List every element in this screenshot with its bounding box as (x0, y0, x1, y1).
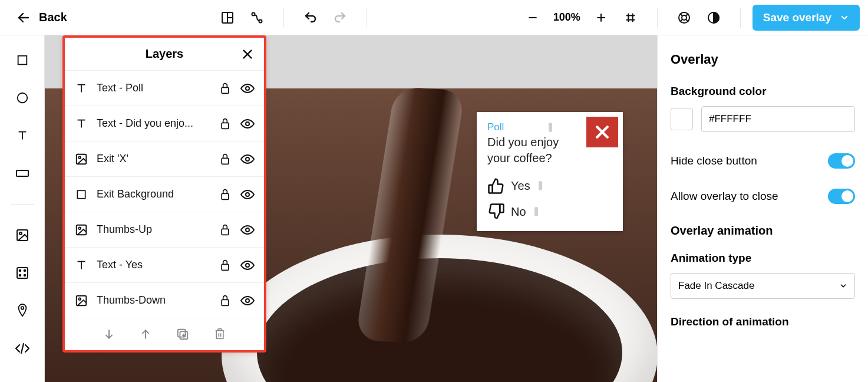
back-label: Back (39, 11, 67, 24)
contrast-button[interactable] (699, 6, 728, 29)
tool-pin[interactable] (9, 300, 35, 321)
layer-visibility-button[interactable] (240, 295, 255, 306)
svg-rect-57 (222, 264, 229, 270)
tool-text[interactable] (9, 125, 35, 146)
overlay-close-button[interactable] (586, 117, 618, 147)
redo-button[interactable] (325, 6, 355, 29)
layer-row[interactable]: Exit 'X' (65, 141, 264, 177)
tool-ellipse[interactable] (9, 87, 35, 108)
layer-visibility-button[interactable] (240, 260, 255, 271)
save-overlay-button[interactable]: Save overlay (753, 5, 860, 31)
svg-point-14 (682, 15, 687, 20)
view-group (669, 6, 728, 29)
svg-point-54 (246, 228, 249, 232)
hide-close-toggle[interactable] (828, 153, 855, 169)
bg-color-row (671, 106, 855, 132)
svg-point-32 (21, 307, 24, 309)
separator (657, 8, 658, 28)
layer-move-down-button[interactable] (103, 328, 115, 340)
tool-button[interactable] (9, 163, 35, 184)
bg-color-swatch[interactable] (671, 108, 693, 130)
zoom-group: 100% (518, 6, 645, 29)
svg-point-21 (17, 93, 27, 103)
pin-icon (16, 303, 29, 318)
layer-lock-button[interactable] (218, 153, 232, 166)
layer-lock-button[interactable] (218, 82, 232, 95)
hide-close-row: Hide close button (671, 153, 855, 169)
layer-visibility-button[interactable] (240, 118, 255, 129)
layer-duplicate-button[interactable] (176, 328, 189, 341)
path-tool-button[interactable] (242, 6, 272, 29)
main: Layers Text - PollText - Did you enjo...… (0, 35, 868, 382)
svg-point-29 (24, 270, 25, 272)
layer-visibility-button[interactable] (240, 83, 255, 94)
svg-line-18 (680, 19, 682, 22)
layer-row[interactable]: Exit Background (65, 177, 264, 212)
svg-rect-20 (18, 56, 27, 65)
overlay-options: Yes No (487, 177, 612, 220)
grid-toggle-button[interactable] (616, 6, 645, 29)
canvas[interactable]: Layers Text - PollText - Did you enjo...… (45, 35, 657, 382)
allow-close-toggle[interactable] (828, 189, 855, 204)
svg-point-26 (19, 232, 22, 235)
layer-row[interactable]: Thumbs-Up (65, 212, 264, 248)
layer-row[interactable]: Text - Yes (65, 248, 264, 283)
svg-rect-48 (77, 190, 85, 198)
tool-video[interactable] (9, 262, 35, 284)
bg-color-input[interactable] (701, 106, 855, 132)
layer-lock-button[interactable] (218, 259, 232, 272)
tool-image[interactable] (9, 225, 35, 246)
overlay-option-no[interactable]: No (487, 203, 612, 220)
zoom-out-button[interactable] (518, 6, 547, 29)
overlay-option-yes[interactable]: Yes (487, 177, 612, 195)
svg-line-33 (21, 344, 24, 353)
panels-toggle-button[interactable] (213, 6, 242, 29)
layers-panel-footer (65, 318, 264, 350)
layer-name: Text - Did you enjo... (97, 117, 210, 130)
close-icon (241, 48, 254, 61)
text-icon (74, 82, 88, 95)
layer-move-up-button[interactable] (140, 328, 151, 340)
svg-point-45 (78, 156, 81, 159)
svg-rect-46 (222, 158, 229, 164)
layout-icon (220, 11, 235, 25)
layer-lock-button[interactable] (218, 188, 232, 201)
layer-row[interactable]: Thumbs-Down (65, 283, 264, 318)
layer-lock-button[interactable] (218, 223, 232, 236)
layer-row[interactable]: Text - Did you enjo... (65, 106, 264, 141)
help-button[interactable] (669, 6, 699, 29)
overlay-option-no-label: No (511, 205, 526, 219)
layer-lock-button[interactable] (218, 294, 232, 307)
tool-code[interactable] (9, 338, 35, 359)
back-button[interactable]: Back (16, 11, 67, 25)
tool-rectangle[interactable] (9, 50, 35, 71)
grid-icon (624, 11, 637, 24)
svg-rect-61 (222, 299, 229, 305)
contrast-icon (707, 11, 721, 25)
lifebuoy-icon (677, 11, 691, 25)
svg-point-31 (24, 275, 25, 276)
layer-row[interactable]: Text - Poll (65, 71, 264, 106)
image-icon (74, 223, 88, 236)
svg-point-28 (19, 270, 21, 272)
layer-visibility-button[interactable] (240, 189, 255, 200)
layer-delete-button[interactable] (214, 328, 226, 341)
overlay-preview[interactable]: Poll Did you enjoy your coffee? Yes No (477, 112, 623, 231)
circle-icon (16, 91, 29, 104)
arrow-up-icon (140, 328, 151, 340)
zoom-in-button[interactable] (586, 6, 616, 29)
separator (283, 8, 284, 28)
square-icon (74, 189, 88, 200)
layer-lock-button[interactable] (218, 117, 232, 130)
text-icon (74, 117, 88, 130)
svg-line-16 (686, 14, 688, 16)
layer-visibility-button[interactable] (240, 154, 255, 164)
layer-name: Thumbs-Down (97, 294, 210, 307)
separator (367, 8, 367, 28)
separator (740, 8, 741, 28)
animation-type-select[interactable]: Fade In Cascade (671, 273, 855, 299)
layer-visibility-button[interactable] (240, 225, 255, 235)
layers-panel-close-button[interactable] (239, 46, 256, 62)
chevron-down-icon (840, 13, 849, 22)
undo-button[interactable] (296, 6, 325, 29)
